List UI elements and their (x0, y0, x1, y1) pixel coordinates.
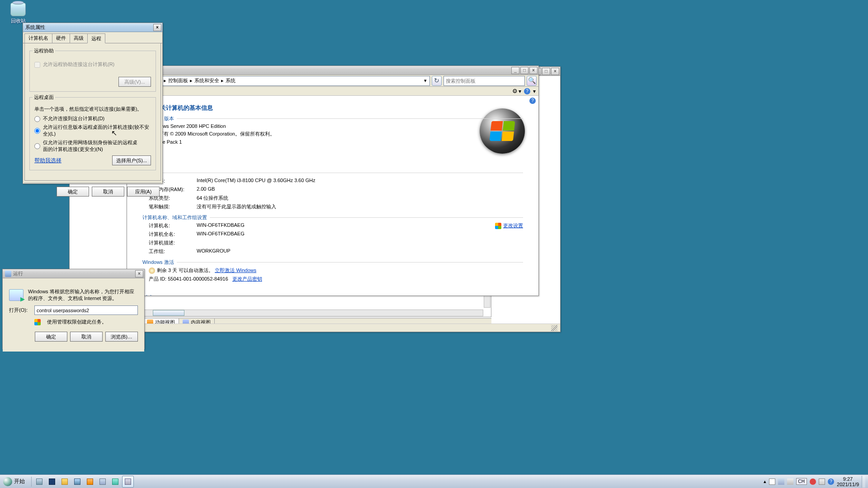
ql-app1[interactable] (84, 476, 96, 488)
tab-computer-name[interactable]: 计算机名 (24, 33, 52, 43)
tray-arrow-icon[interactable]: ▴ (764, 479, 766, 484)
recycle-bin-icon (10, 3, 26, 16)
group-remote-desktop-legend: 远程桌面 (33, 94, 55, 101)
show-desktop-icon (74, 479, 80, 485)
tab-advanced[interactable]: 高级 (70, 33, 88, 43)
sysprop-ok-button[interactable]: 确定 (57, 187, 89, 197)
language-indicator[interactable]: CH (796, 478, 807, 485)
cp-min-button[interactable]: _ (511, 67, 519, 74)
page-help-button[interactable]: ? (529, 98, 536, 104)
shield-icon (34, 319, 41, 325)
sysprop-cancel-button[interactable]: 取消 (92, 187, 124, 197)
refresh-button[interactable]: ↻ (432, 76, 442, 86)
network-icon[interactable] (778, 479, 784, 485)
show-desktop-button[interactable] (862, 476, 865, 488)
run-ok-button[interactable]: 确定 (35, 332, 67, 342)
activate-link[interactable]: 立即激活 Windows (215, 267, 256, 273)
run-description: Windows 将根据您所输入的名称，为您打开相应的程序、文件夹、文档或 Int… (28, 288, 138, 302)
volume-icon[interactable] (787, 479, 793, 485)
run-titlebar[interactable]: 运行 × (3, 269, 144, 278)
server-icon (36, 479, 42, 485)
checkbox-allow-remote-assistance: 允许远程协助连接这台计算机(R) (34, 61, 151, 68)
mgmt-hscroll-thumb[interactable] (153, 310, 184, 316)
sysprop-apply-button[interactable]: 应用(A) (127, 187, 160, 197)
radio-rd-nla[interactable]: 仅允许运行使用网络级别身份验证的远程桌面的计算机连接(更安全)(N) (34, 139, 151, 153)
run-browse-button[interactable]: 浏览(B)… (105, 332, 138, 342)
cp-titlebar[interactable]: _ □ × (127, 66, 538, 75)
run-title: 运行 (13, 270, 134, 277)
run-icon (5, 271, 11, 277)
product-id: 55041-001-0000052-84916 (168, 276, 228, 282)
tab-hardware[interactable]: 硬件 (52, 33, 70, 43)
settings-menu[interactable]: ⚙▾ (512, 88, 521, 94)
ql-app2[interactable] (97, 476, 108, 488)
run-dialog[interactable]: 运行 × Windows 将根据您所输入的名称，为您打开相应的程序、文件夹、文档… (2, 269, 145, 349)
help-tray-icon[interactable]: ? (828, 479, 834, 485)
tab-remote[interactable]: 远程 (87, 33, 105, 43)
key-icon (149, 267, 155, 274)
app-icon (112, 479, 118, 485)
see-also-heading: 另请参阅 (133, 294, 523, 296)
breadcrumb-item[interactable]: 系统 (226, 77, 236, 84)
keyboard-icon[interactable] (819, 479, 825, 485)
ql-explorer[interactable] (59, 476, 71, 488)
flag-icon[interactable] (769, 479, 775, 485)
run-app-icon (9, 289, 24, 301)
taskbar-separator (31, 477, 32, 487)
sysprop-titlebar[interactable]: 系统属性 × (23, 23, 162, 32)
help-me-choose-link[interactable]: 帮助我选择 (34, 157, 61, 164)
recycle-bin[interactable]: 回收站 (6, 3, 30, 24)
search-button[interactable]: 🔍 (527, 76, 537, 86)
run-close-button[interactable]: × (135, 270, 143, 277)
cp-toolbar: ◄ ► ▸ 控制面板▸ 系统和安全▸ 系统 ▾ ↻ 🔍 (127, 75, 538, 87)
help-button[interactable]: ? (524, 88, 530, 94)
breadcrumb-item[interactable]: 系统和安全 (194, 77, 219, 84)
mgmt-close-button[interactable]: × (551, 68, 559, 75)
system-properties-dialog[interactable]: 系统属性 × 计算机名 硬件 高级 远程 远程协助 允许远程协助连接这台计算机(… (23, 23, 163, 184)
mgmt-max-button[interactable]: □ (542, 68, 550, 75)
run-open-input[interactable] (34, 305, 138, 315)
window-icon (125, 479, 131, 485)
ql-app3[interactable] (109, 476, 121, 488)
section-activation: Windows 激活 (142, 259, 177, 266)
start-button[interactable]: 开始 (1, 476, 30, 488)
run-cancel-button[interactable]: 取消 (70, 332, 103, 342)
page-title: 查看有关计算机的基本信息 (142, 104, 523, 112)
edition-sp: Service Pack 1 (149, 138, 523, 145)
sysprop-close-button[interactable]: × (153, 24, 161, 31)
select-users-button[interactable]: 选择用户(S)... (112, 155, 151, 165)
group-remote-assistance: 远程协助 允许远程协助连接这台计算机(R) 高级(V)... (29, 51, 156, 92)
group-remote-assistance-legend: 远程协助 (33, 47, 55, 54)
search-input[interactable] (443, 76, 525, 86)
ql-powershell[interactable] (46, 476, 58, 488)
sysprop-tabs: 计算机名 硬件 高级 远程 (23, 32, 162, 43)
change-product-key-link[interactable]: 更改产品密钥 (232, 276, 262, 282)
radio-rd-any[interactable]: 允许运行任意版本远程桌面的计算机连接(较不安全)(L) (34, 124, 151, 137)
cp-commandbar: ⚙▾ ?▾ (127, 87, 538, 96)
taskbar[interactable]: 开始 ▴ CH ? 9:27 2021/11/9 (0, 474, 868, 488)
ime-icon[interactable] (810, 479, 816, 485)
cp-max-button[interactable]: □ (520, 67, 528, 74)
breadcrumb-item[interactable]: 控制面板 (168, 77, 188, 84)
taskbar-task-active[interactable] (122, 476, 134, 488)
mgmt-hscrollbar[interactable] (144, 310, 483, 316)
run-open-label: 打开(O): (9, 307, 30, 314)
remote-desktop-hint: 单击一个选项，然后指定谁可以连接(如果需要)。 (34, 106, 151, 113)
edition-name: Windows Server 2008 HPC Edition (149, 122, 523, 130)
cp-close-button[interactable]: × (529, 67, 538, 74)
control-panel-window[interactable]: _ □ × ◄ ► ▸ 控制面板▸ 系统和安全▸ 系统 ▾ ↻ 🔍 ⚙▾ ?▾ … (127, 66, 539, 296)
app-icon (87, 479, 93, 485)
ql-server-manager[interactable] (33, 476, 45, 488)
radio-rd-none[interactable]: 不允许连接到这台计算机(D) (34, 115, 151, 122)
edition-copyright: 版权所有 © 2009 Microsoft Corporation。保留所有权利… (149, 130, 523, 138)
run-body: Windows 将根据您所输入的名称，为您打开相应的程序、文件夹、文档或 Int… (3, 278, 144, 352)
change-settings-link[interactable]: 更改设置 (503, 223, 523, 228)
shield-icon (495, 223, 501, 229)
clock-date: 2021/11/9 (837, 482, 859, 487)
resize-grip-icon[interactable] (551, 325, 557, 331)
ql-desktop[interactable] (71, 476, 83, 488)
powershell-icon (49, 479, 55, 485)
taskbar-clock[interactable]: 9:27 2021/11/9 (837, 476, 859, 487)
app-icon (99, 479, 106, 485)
breadcrumb[interactable]: ▸ 控制面板▸ 系统和安全▸ 系统 ▾ (152, 76, 430, 86)
